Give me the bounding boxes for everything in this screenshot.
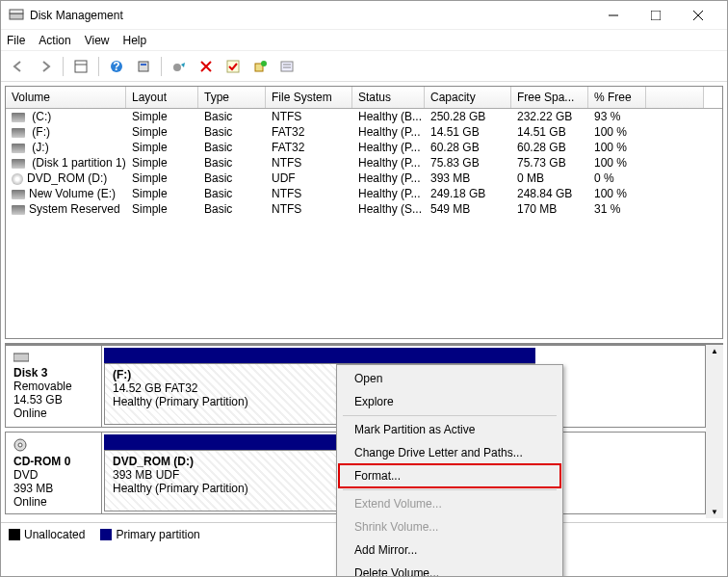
scroll-up-icon[interactable]: ▲ [711,347,718,355]
disk-icon [12,113,25,122]
menu-item-delete-volume[interactable]: Delete Volume... [339,562,560,577]
partition-bar [104,348,535,363]
volume-free: 75.73 GB [511,156,588,170]
volume-layout: Simple [126,156,198,170]
col-pctfree[interactable]: % Free [588,87,646,108]
disk-info: Disk 3Removable14.53 GBOnline [6,346,102,427]
col-filesystem[interactable]: File System [266,87,352,108]
menu-item-change-drive-letter-and-paths[interactable]: Change Drive Letter and Paths... [339,441,560,464]
partition-bar [104,434,344,450]
volume-free: 14.51 GB [511,125,588,139]
check-button[interactable] [221,55,245,78]
table-row[interactable]: (Disk 1 partition 1)SimpleBasicNTFSHealt… [6,155,722,170]
table-row[interactable]: DVD_ROM (D:)SimpleBasicUDFHealthy (P...3… [6,170,722,186]
volume-layout: Simple [126,141,198,154]
legend-item: Unallocated [9,528,85,541]
volume-header: Volume Layout Type File System Status Ca… [6,87,722,109]
volume-capacity: 75.83 GB [425,156,511,170]
disk-size: 393 MB [13,482,93,495]
volume-free: 170 MB [511,202,588,216]
disk-icon [12,144,25,153]
volume-status: Healthy (P... [352,156,425,170]
volume-layout: Simple [126,202,198,216]
table-row[interactable]: (F:)SimpleBasicFAT32Healthy (P...14.51 G… [6,124,722,140]
disk-type: DVD [13,468,93,482]
legend-label: Primary partition [116,528,199,541]
table-row[interactable]: System ReservedSimpleBasicNTFSHealthy (S… [6,201,722,217]
scrollbar[interactable]: ▲ ▼ [706,345,723,518]
volume-capacity: 14.51 GB [425,125,511,139]
cd-icon [12,173,23,185]
col-capacity[interactable]: Capacity [425,87,511,108]
volume-status: Healthy (P... [352,187,425,200]
volume-type: Basic [198,156,266,170]
table-row[interactable]: (C:)SimpleBasicNTFSHealthy (B...250.28 G… [6,109,722,124]
menu-item-mark-partition-as-active[interactable]: Mark Partition as Active [339,418,560,441]
volume-status: Healthy (P... [352,125,425,139]
col-blank[interactable] [646,87,704,108]
volume-type: Basic [198,187,266,200]
back-button[interactable] [7,55,30,78]
table-row[interactable]: New Volume (E:)SimpleBasicNTFSHealthy (P… [6,186,722,201]
svg-point-21 [18,443,22,447]
menu-item-shrink-volume: Shrink Volume... [339,515,560,538]
forward-button[interactable] [34,55,57,78]
partition-name: DVD_ROM (D:) [113,455,335,468]
volume-status: Healthy (P... [352,141,425,154]
maximize-button[interactable] [635,2,677,29]
scroll-down-icon[interactable]: ▼ [711,508,718,516]
close-button[interactable] [677,2,719,29]
volume-status: Healthy (B... [352,110,425,123]
menu-item-explore[interactable]: Explore [339,390,560,413]
svg-point-12 [173,64,181,71]
col-freespace[interactable]: Free Spa... [511,87,588,108]
volume-fs: FAT32 [266,141,352,154]
menu-file[interactable]: File [7,34,25,47]
volume-pct: 100 % [588,141,646,154]
menu-action[interactable]: Action [39,34,70,47]
refresh-button[interactable] [168,55,191,78]
disk-type: Removable [13,380,93,393]
minimize-button[interactable] [592,2,635,29]
partition-detail: 393 MB UDF [113,468,335,482]
svg-point-15 [261,61,267,66]
menu-separator [343,415,557,416]
legend-swatch [9,529,20,540]
volume-free: 0 MB [511,171,588,185]
menu-separator [343,489,557,490]
volume-free: 248.84 GB [511,187,588,200]
volume-name: (J:) [29,141,49,154]
new-volume-button[interactable] [248,55,272,78]
menu-view[interactable]: View [85,34,110,47]
menu-help[interactable]: Help [123,34,147,47]
delete-button[interactable] [195,55,218,78]
volume-pct: 31 % [588,202,646,216]
menu-item-add-mirror[interactable]: Add Mirror... [339,538,560,562]
table-row[interactable]: (J:)SimpleBasicFAT32Healthy (P...60.28 G… [6,140,722,155]
help-button[interactable]: ? [105,55,128,78]
volume-name: (Disk 1 partition 1) [29,156,126,170]
show-hide-button[interactable] [69,55,92,78]
disk-state: Online [13,407,93,420]
svg-rect-3 [651,11,661,20]
col-layout[interactable]: Layout [126,87,198,108]
titlebar: Disk Management [1,1,727,30]
col-type[interactable]: Type [198,87,266,108]
properties-button[interactable] [275,55,299,78]
volume-name: System Reserved [29,202,120,216]
settings-button[interactable] [132,55,155,78]
col-status[interactable]: Status [352,87,425,108]
volume-name: DVD_ROM (D:) [27,171,107,185]
volume-fs: NTFS [266,156,352,170]
svg-rect-13 [227,61,239,72]
col-volume[interactable]: Volume [6,87,126,108]
menu-item-open[interactable]: Open [339,367,560,390]
volume-capacity: 393 MB [425,171,511,185]
svg-rect-10 [139,62,148,71]
volume-capacity: 549 MB [425,202,511,216]
partition-box[interactable]: DVD_ROM (D:)393 MB UDFHealthy (Primary P… [104,450,344,511]
disk-icon [12,205,25,215]
volume-layout: Simple [126,110,198,123]
volume-pct: 93 % [588,110,646,123]
menu-item-format[interactable]: Format... [339,464,560,487]
